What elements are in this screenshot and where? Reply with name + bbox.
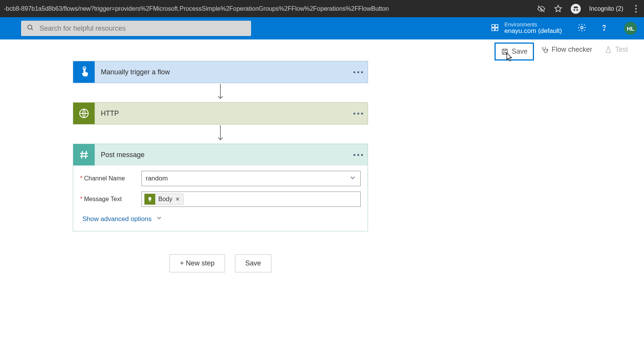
search-box[interactable] <box>21 21 251 36</box>
touch-icon <box>73 61 95 83</box>
svg-rect-1 <box>492 25 495 27</box>
save-label: Save <box>512 48 527 56</box>
advanced-options-label: Show advanced options <box>82 215 152 223</box>
environment-icon <box>491 23 499 33</box>
test-label: Test <box>615 46 628 54</box>
token-remove-icon[interactable]: ✕ <box>175 196 180 203</box>
browser-url: -bcb8-897b1a5d8b63/flows/new?trigger=pro… <box>4 5 529 12</box>
step-title: Manually trigger a flow <box>95 68 348 76</box>
gear-icon[interactable] <box>577 23 586 34</box>
hash-icon <box>73 144 95 165</box>
save-button-bottom[interactable]: Save <box>235 254 271 272</box>
environment-picker[interactable]: Environments enayu.com (default) <box>491 22 562 35</box>
svg-rect-7 <box>502 49 507 54</box>
step-post-message[interactable]: Post message *Channel Name random *Messa… <box>73 144 368 231</box>
svg-point-8 <box>547 49 548 50</box>
message-text-label: *Message Text <box>80 196 141 203</box>
step-title: HTTP <box>95 110 348 118</box>
step-menu-icon[interactable] <box>348 154 368 156</box>
connector-arrow <box>73 124 368 144</box>
step-http[interactable]: HTTP <box>73 102 368 124</box>
search-icon <box>26 24 34 33</box>
step-menu-icon[interactable] <box>348 71 368 73</box>
incognito-label: Incognito (2) <box>589 5 623 12</box>
avatar[interactable]: HL <box>624 22 637 35</box>
chevron-down-icon <box>349 174 356 183</box>
svg-point-5 <box>581 26 583 29</box>
search-input[interactable] <box>39 25 246 33</box>
svg-rect-2 <box>495 25 498 27</box>
connector-arrow <box>73 83 368 102</box>
globe-icon <box>73 103 95 124</box>
token-label: Body <box>158 196 172 203</box>
channel-name-select[interactable]: random <box>141 171 361 186</box>
app-header: Environments enayu.com (default) HL <box>0 17 644 39</box>
incognito-icon[interactable] <box>571 4 581 14</box>
step-title: Post message <box>95 151 348 159</box>
avatar-initials: HL <box>627 25 634 32</box>
step-menu-icon[interactable] <box>348 113 368 115</box>
help-icon[interactable] <box>600 23 609 34</box>
flow-canvas: Manually trigger a flow HTTP <box>0 61 644 288</box>
svg-point-0 <box>28 25 32 29</box>
save-icon <box>501 48 509 56</box>
chevron-down-icon <box>156 215 163 223</box>
browser-menu-icon[interactable] <box>632 5 640 13</box>
lightbulb-icon <box>145 194 155 205</box>
step-trigger[interactable]: Manually trigger a flow <box>73 61 368 83</box>
stethoscope-icon <box>541 46 549 54</box>
svg-rect-3 <box>492 28 495 31</box>
channel-name-label: *Channel Name <box>80 175 141 182</box>
environment-label: Environments <box>504 22 562 28</box>
browser-right-icons: Incognito (2) <box>537 4 640 14</box>
field-message-text: *Message Text Body ✕ <box>80 192 361 207</box>
field-channel-name: *Channel Name random <box>80 171 361 186</box>
show-advanced-options-link[interactable]: Show advanced options <box>80 212 361 229</box>
message-text-input[interactable]: Body ✕ <box>141 192 361 207</box>
channel-name-value: random <box>146 175 168 182</box>
eye-off-icon[interactable] <box>537 5 545 13</box>
flow-checker-label: Flow checker <box>552 46 592 54</box>
step-body: *Channel Name random *Message Text <box>73 165 368 231</box>
canvas-footer-buttons: + New step Save <box>73 254 368 272</box>
save-button[interactable]: Save <box>495 43 534 61</box>
svg-rect-4 <box>495 28 498 31</box>
browser-chrome-bar: -bcb8-897b1a5d8b63/flows/new?trigger=pro… <box>0 0 644 17</box>
new-step-button[interactable]: + New step <box>169 254 225 272</box>
flask-icon <box>605 46 612 54</box>
test-button[interactable]: Test <box>599 43 633 57</box>
svg-point-6 <box>604 29 605 30</box>
editor-toolbar: Save Flow checker Test <box>0 39 644 61</box>
star-icon[interactable] <box>554 5 562 13</box>
environment-value: enayu.com (default) <box>504 28 562 35</box>
flow-checker-button[interactable]: Flow checker <box>536 43 598 57</box>
dynamic-token-body[interactable]: Body ✕ <box>144 193 184 205</box>
